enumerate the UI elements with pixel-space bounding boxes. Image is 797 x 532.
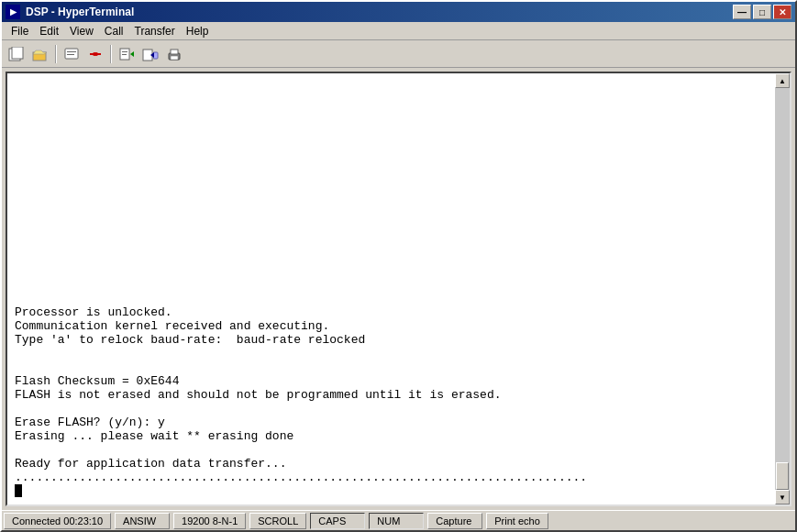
- open-button[interactable]: [29, 44, 51, 64]
- scrollbar: ▲ ▼: [775, 73, 790, 504]
- terminal-output[interactable]: Processor is unlocked. Communication ker…: [7, 73, 775, 504]
- svg-rect-1: [12, 47, 23, 59]
- status-capture: Capture: [427, 513, 482, 529]
- svg-marker-13: [130, 51, 134, 57]
- close-button[interactable]: ✕: [773, 5, 791, 19]
- terminal-area: Processor is unlocked. Communication ker…: [6, 72, 791, 506]
- svg-point-9: [94, 52, 98, 56]
- print-button[interactable]: [163, 44, 185, 64]
- new-connection-button[interactable]: [6, 44, 28, 64]
- properties-button[interactable]: [61, 44, 83, 64]
- scroll-down-button[interactable]: ▼: [775, 490, 790, 504]
- status-encoding: ANSIW: [115, 513, 170, 529]
- scrollbar-thumb[interactable]: [776, 462, 789, 490]
- toolbar-separator-1: [55, 45, 57, 63]
- menu-view[interactable]: View: [64, 24, 99, 39]
- status-caps: CAPS: [310, 513, 365, 529]
- menu-bar: File Edit View Call Transfer Help: [2, 22, 795, 40]
- svg-rect-18: [171, 50, 178, 54]
- svg-rect-12: [122, 54, 127, 55]
- svg-rect-4: [67, 51, 76, 52]
- minimize-button[interactable]: —: [733, 5, 751, 19]
- toolbar: [2, 40, 795, 68]
- status-scroll: SCROLL: [249, 513, 306, 529]
- window-title: DSP - HyperTerminal: [26, 6, 134, 18]
- send-text-button[interactable]: [116, 44, 138, 64]
- title-bar-left: ▶ DSP - HyperTerminal: [6, 5, 134, 19]
- svg-rect-5: [67, 54, 74, 55]
- disconnect-button[interactable]: [84, 44, 106, 64]
- menu-help[interactable]: Help: [181, 24, 215, 39]
- menu-file[interactable]: File: [6, 24, 34, 39]
- scroll-up-button[interactable]: ▲: [775, 73, 790, 88]
- svg-rect-3: [65, 49, 78, 59]
- app-icon: ▶: [6, 5, 20, 19]
- title-controls: — □ ✕: [733, 5, 791, 19]
- scrollbar-track[interactable]: [775, 88, 790, 490]
- maximize-button[interactable]: □: [753, 5, 771, 19]
- status-bar: Connected 00:23:10 ANSIW 19200 8-N-1 SCR…: [2, 510, 795, 530]
- title-bar: ▶ DSP - HyperTerminal — □ ✕: [2, 2, 795, 22]
- svg-rect-11: [122, 51, 127, 52]
- menu-transfer[interactable]: Transfer: [129, 24, 181, 39]
- status-num: NUM: [369, 513, 424, 529]
- menu-edit[interactable]: Edit: [34, 24, 64, 39]
- menu-call[interactable]: Call: [99, 24, 129, 39]
- toolbar-separator-2: [110, 45, 112, 63]
- send-file-button[interactable]: [139, 44, 161, 64]
- status-print-echo: Print echo: [486, 513, 548, 529]
- status-baud: 19200 8-N-1: [173, 513, 246, 529]
- main-window: ▶ DSP - HyperTerminal — □ ✕ File Edit Vi…: [0, 0, 797, 532]
- status-connected: Connected 00:23:10: [4, 513, 111, 529]
- svg-rect-19: [171, 56, 178, 60]
